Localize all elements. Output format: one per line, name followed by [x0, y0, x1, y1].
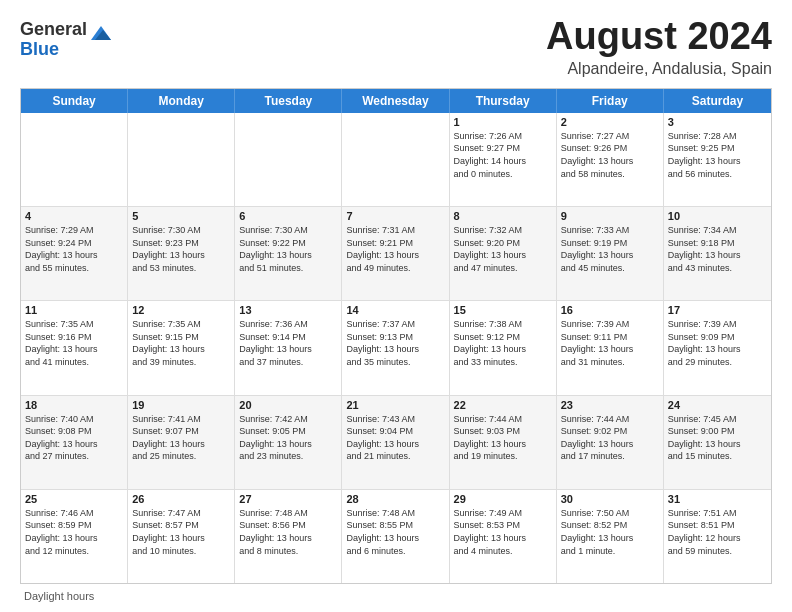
day-number: 30	[561, 493, 659, 505]
day-info: Sunrise: 7:31 AMSunset: 9:21 PMDaylight:…	[346, 224, 444, 274]
cal-cell: 26Sunrise: 7:47 AMSunset: 8:57 PMDayligh…	[128, 490, 235, 583]
cal-cell: 7Sunrise: 7:31 AMSunset: 9:21 PMDaylight…	[342, 207, 449, 300]
day-number: 14	[346, 304, 444, 316]
day-info: Sunrise: 7:44 AMSunset: 9:03 PMDaylight:…	[454, 413, 552, 463]
cal-cell: 19Sunrise: 7:41 AMSunset: 9:07 PMDayligh…	[128, 396, 235, 489]
day-number: 1	[454, 116, 552, 128]
day-number: 29	[454, 493, 552, 505]
cal-cell: 3Sunrise: 7:28 AMSunset: 9:25 PMDaylight…	[664, 113, 771, 206]
cal-cell: 20Sunrise: 7:42 AMSunset: 9:05 PMDayligh…	[235, 396, 342, 489]
day-info: Sunrise: 7:30 AMSunset: 9:23 PMDaylight:…	[132, 224, 230, 274]
day-header-wednesday: Wednesday	[342, 89, 449, 113]
logo-general: General	[20, 20, 87, 40]
cal-cell: 29Sunrise: 7:49 AMSunset: 8:53 PMDayligh…	[450, 490, 557, 583]
week-row-3: 11Sunrise: 7:35 AMSunset: 9:16 PMDayligh…	[21, 301, 771, 395]
day-number: 18	[25, 399, 123, 411]
day-number: 26	[132, 493, 230, 505]
cal-cell	[128, 113, 235, 206]
day-info: Sunrise: 7:32 AMSunset: 9:20 PMDaylight:…	[454, 224, 552, 274]
calendar-title: August 2024	[546, 16, 772, 58]
cal-cell: 30Sunrise: 7:50 AMSunset: 8:52 PMDayligh…	[557, 490, 664, 583]
cal-cell: 21Sunrise: 7:43 AMSunset: 9:04 PMDayligh…	[342, 396, 449, 489]
day-number: 7	[346, 210, 444, 222]
page: General Blue August 2024 Alpandeire, And…	[0, 0, 792, 612]
day-info: Sunrise: 7:29 AMSunset: 9:24 PMDaylight:…	[25, 224, 123, 274]
cal-cell: 22Sunrise: 7:44 AMSunset: 9:03 PMDayligh…	[450, 396, 557, 489]
cal-cell: 2Sunrise: 7:27 AMSunset: 9:26 PMDaylight…	[557, 113, 664, 206]
title-block: August 2024 Alpandeire, Andalusia, Spain	[546, 16, 772, 78]
cal-cell: 6Sunrise: 7:30 AMSunset: 9:22 PMDaylight…	[235, 207, 342, 300]
cal-cell	[342, 113, 449, 206]
day-number: 4	[25, 210, 123, 222]
day-info: Sunrise: 7:34 AMSunset: 9:18 PMDaylight:…	[668, 224, 767, 274]
day-number: 27	[239, 493, 337, 505]
day-info: Sunrise: 7:30 AMSunset: 9:22 PMDaylight:…	[239, 224, 337, 274]
day-number: 15	[454, 304, 552, 316]
cal-cell: 15Sunrise: 7:38 AMSunset: 9:12 PMDayligh…	[450, 301, 557, 394]
day-header-thursday: Thursday	[450, 89, 557, 113]
cal-cell: 25Sunrise: 7:46 AMSunset: 8:59 PMDayligh…	[21, 490, 128, 583]
day-number: 17	[668, 304, 767, 316]
week-row-5: 25Sunrise: 7:46 AMSunset: 8:59 PMDayligh…	[21, 490, 771, 583]
calendar-subtitle: Alpandeire, Andalusia, Spain	[546, 60, 772, 78]
day-info: Sunrise: 7:44 AMSunset: 9:02 PMDaylight:…	[561, 413, 659, 463]
day-number: 23	[561, 399, 659, 411]
cal-cell: 18Sunrise: 7:40 AMSunset: 9:08 PMDayligh…	[21, 396, 128, 489]
logo: General Blue	[20, 20, 113, 60]
day-number: 28	[346, 493, 444, 505]
cal-cell: 10Sunrise: 7:34 AMSunset: 9:18 PMDayligh…	[664, 207, 771, 300]
day-number: 6	[239, 210, 337, 222]
cal-cell: 11Sunrise: 7:35 AMSunset: 9:16 PMDayligh…	[21, 301, 128, 394]
day-number: 22	[454, 399, 552, 411]
day-header-saturday: Saturday	[664, 89, 771, 113]
day-info: Sunrise: 7:47 AMSunset: 8:57 PMDaylight:…	[132, 507, 230, 557]
footer: Daylight hours	[20, 590, 772, 602]
day-header-friday: Friday	[557, 89, 664, 113]
day-info: Sunrise: 7:48 AMSunset: 8:56 PMDaylight:…	[239, 507, 337, 557]
day-info: Sunrise: 7:40 AMSunset: 9:08 PMDaylight:…	[25, 413, 123, 463]
logo-icon	[89, 22, 113, 46]
cal-cell: 8Sunrise: 7:32 AMSunset: 9:20 PMDaylight…	[450, 207, 557, 300]
day-info: Sunrise: 7:50 AMSunset: 8:52 PMDaylight:…	[561, 507, 659, 557]
header: General Blue August 2024 Alpandeire, And…	[20, 16, 772, 78]
day-info: Sunrise: 7:48 AMSunset: 8:55 PMDaylight:…	[346, 507, 444, 557]
day-number: 2	[561, 116, 659, 128]
day-info: Sunrise: 7:49 AMSunset: 8:53 PMDaylight:…	[454, 507, 552, 557]
day-number: 16	[561, 304, 659, 316]
logo-text: General Blue	[20, 20, 87, 60]
day-header-monday: Monday	[128, 89, 235, 113]
day-info: Sunrise: 7:39 AMSunset: 9:09 PMDaylight:…	[668, 318, 767, 368]
day-info: Sunrise: 7:37 AMSunset: 9:13 PMDaylight:…	[346, 318, 444, 368]
day-info: Sunrise: 7:45 AMSunset: 9:00 PMDaylight:…	[668, 413, 767, 463]
cal-cell: 16Sunrise: 7:39 AMSunset: 9:11 PMDayligh…	[557, 301, 664, 394]
cal-cell: 9Sunrise: 7:33 AMSunset: 9:19 PMDaylight…	[557, 207, 664, 300]
cal-cell: 27Sunrise: 7:48 AMSunset: 8:56 PMDayligh…	[235, 490, 342, 583]
week-row-1: 1Sunrise: 7:26 AMSunset: 9:27 PMDaylight…	[21, 113, 771, 207]
cal-cell: 31Sunrise: 7:51 AMSunset: 8:51 PMDayligh…	[664, 490, 771, 583]
day-info: Sunrise: 7:51 AMSunset: 8:51 PMDaylight:…	[668, 507, 767, 557]
day-number: 31	[668, 493, 767, 505]
day-info: Sunrise: 7:26 AMSunset: 9:27 PMDaylight:…	[454, 130, 552, 180]
day-info: Sunrise: 7:35 AMSunset: 9:15 PMDaylight:…	[132, 318, 230, 368]
day-number: 9	[561, 210, 659, 222]
day-info: Sunrise: 7:42 AMSunset: 9:05 PMDaylight:…	[239, 413, 337, 463]
cal-cell: 4Sunrise: 7:29 AMSunset: 9:24 PMDaylight…	[21, 207, 128, 300]
day-number: 21	[346, 399, 444, 411]
cal-cell: 17Sunrise: 7:39 AMSunset: 9:09 PMDayligh…	[664, 301, 771, 394]
calendar-body: 1Sunrise: 7:26 AMSunset: 9:27 PMDaylight…	[21, 113, 771, 583]
day-number: 20	[239, 399, 337, 411]
calendar-header-row: SundayMondayTuesdayWednesdayThursdayFrid…	[21, 89, 771, 113]
cal-cell	[235, 113, 342, 206]
cal-cell: 24Sunrise: 7:45 AMSunset: 9:00 PMDayligh…	[664, 396, 771, 489]
day-number: 10	[668, 210, 767, 222]
day-info: Sunrise: 7:46 AMSunset: 8:59 PMDaylight:…	[25, 507, 123, 557]
cal-cell: 23Sunrise: 7:44 AMSunset: 9:02 PMDayligh…	[557, 396, 664, 489]
day-info: Sunrise: 7:39 AMSunset: 9:11 PMDaylight:…	[561, 318, 659, 368]
week-row-4: 18Sunrise: 7:40 AMSunset: 9:08 PMDayligh…	[21, 396, 771, 490]
logo-blue: Blue	[20, 40, 87, 60]
day-info: Sunrise: 7:33 AMSunset: 9:19 PMDaylight:…	[561, 224, 659, 274]
day-header-tuesday: Tuesday	[235, 89, 342, 113]
day-header-sunday: Sunday	[21, 89, 128, 113]
day-number: 24	[668, 399, 767, 411]
day-number: 8	[454, 210, 552, 222]
